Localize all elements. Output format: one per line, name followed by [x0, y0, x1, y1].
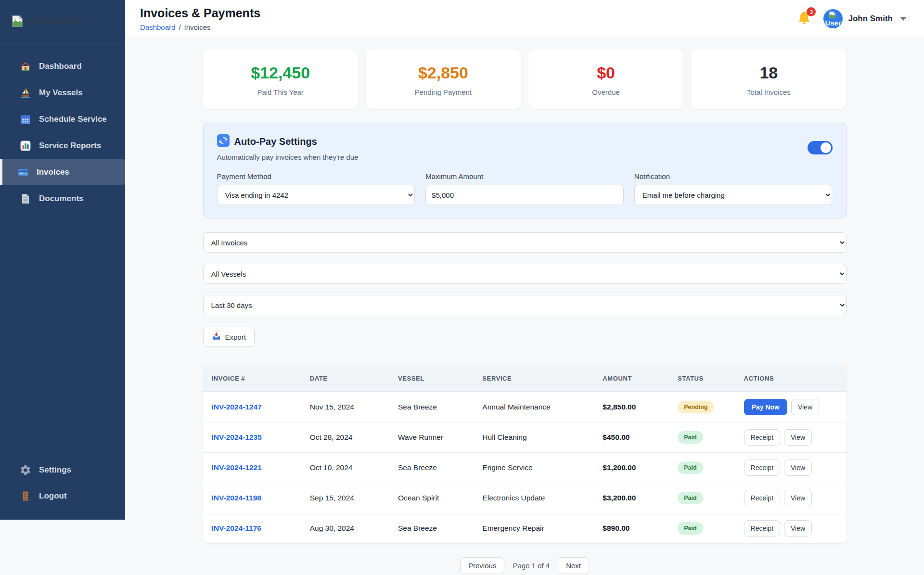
next-page-button[interactable]: Next [558, 557, 589, 574]
invoice-status-filter-select[interactable]: All Invoices [203, 232, 847, 253]
invoice-amount: $1,200.00 [603, 463, 678, 472]
invoice-link[interactable]: INV-2024-1235 [212, 433, 262, 441]
invoice-service: Electronics Update [482, 494, 603, 502]
avatar-alt-text: User [825, 19, 841, 27]
table-header-row: Invoice # Date Vessel Service Amount Sta… [203, 365, 847, 392]
invoice-vessel: Sea Breeze [398, 403, 482, 411]
receipt-button[interactable]: Receipt [744, 520, 780, 537]
maximum-amount-field-group: Maximum Amount [425, 172, 624, 205]
filters: All Invoices All Vessels Last 30 days [203, 232, 847, 315]
invoice-amount: $2,850.00 [603, 403, 678, 411]
invoice-vessel: Ocean Spirit [398, 494, 482, 502]
autopay-toggle-slider [808, 141, 833, 154]
view-button[interactable]: View [791, 399, 819, 415]
invoice-link[interactable]: INV-2024-1221 [212, 463, 262, 472]
notification-label: Notification [634, 172, 833, 180]
pagination: Previous Page 1 of 4 Next [203, 557, 847, 575]
notifications-button[interactable]: 3 [796, 11, 813, 27]
stat-card-pending-payment: $2,850 Pending Payment [366, 50, 521, 109]
notification-field-group: Notification Email me before charging [634, 172, 833, 205]
invoice-amount: $3,200.00 [603, 494, 678, 502]
invoice-vessel: Sea Breeze [398, 524, 482, 533]
sidebar-item-documents[interactable]: Documents [0, 185, 125, 212]
column-header-actions: Actions [744, 375, 842, 382]
sidebar-item-settings[interactable]: Settings [0, 457, 125, 483]
stat-label: Pending Payment [371, 88, 516, 96]
view-button[interactable]: View [784, 460, 812, 476]
status-badge: Paid [678, 431, 703, 444]
autopay-toggle[interactable] [808, 141, 833, 154]
stat-label: Paid This Year [208, 88, 353, 96]
autopay-panel: Auto-Pay Settings Automatically pay invo… [203, 122, 847, 218]
receipt-button[interactable]: Receipt [744, 429, 780, 446]
status-badge: Paid [678, 492, 703, 504]
status-badge: Paid [678, 522, 703, 535]
stat-card-paid-this-year: $12,450 Paid This Year [203, 50, 358, 109]
previous-page-button[interactable]: Previous [460, 557, 504, 574]
sidebar-item-logout[interactable]: Logout [0, 483, 125, 509]
invoice-service: Engine Service [482, 463, 603, 472]
document-icon [20, 193, 31, 204]
sidebar-item-label: Settings [39, 465, 71, 475]
stat-value: $12,450 [208, 64, 353, 82]
sidebar-item-schedule-service[interactable]: Schedule Service [0, 106, 125, 132]
stats-cards: $12,450 Paid This Year $2,850 Pending Pa… [203, 50, 847, 109]
auto-pay-refresh-icon [217, 134, 230, 149]
sidebar-item-my-vessels[interactable]: My Vessels [0, 79, 125, 106]
table-row: INV-2024-1198 Sep 15, 2024 Ocean Spirit … [203, 483, 847, 513]
notification-select[interactable]: Email me before charging [634, 185, 833, 205]
export-button[interactable]: Export [203, 327, 255, 347]
logo: HarborSmith [0, 0, 125, 42]
breadcrumb-dashboard-link[interactable]: Dashboard [140, 23, 175, 31]
view-button[interactable]: View [784, 490, 812, 506]
invoice-link[interactable]: INV-2024-1247 [212, 403, 262, 411]
sidebar-item-service-reports[interactable]: Service Reports [0, 132, 125, 159]
sidebar-item-invoices[interactable]: Invoices [0, 159, 125, 185]
sidebar-footer: Settings Logout [0, 457, 125, 509]
invoice-vessel: Sea Breeze [398, 463, 482, 472]
stat-value: $2,850 [371, 64, 516, 82]
column-header-status: Status [678, 375, 744, 382]
invoice-date: Oct 10, 2024 [310, 463, 398, 472]
view-button[interactable]: View [784, 520, 812, 537]
table-row: INV-2024-1247 Nov 15, 2024 Sea Breeze An… [203, 392, 847, 422]
user-menu[interactable]: User John Smith [823, 9, 907, 28]
column-header-service: Service [482, 375, 603, 382]
pay-now-button[interactable]: Pay Now [744, 399, 787, 415]
invoice-date: Sep 15, 2024 [310, 494, 398, 502]
sailboat-icon [20, 87, 31, 99]
invoice-service: Annual Maintenance [482, 403, 603, 411]
invoice-link[interactable]: INV-2024-1198 [212, 494, 261, 502]
bar-chart-icon [20, 140, 31, 152]
vessel-filter-select[interactable]: All Vessels [203, 264, 847, 284]
table-row: INV-2024-1176 Aug 30, 2024 Sea Breeze Em… [203, 513, 847, 543]
column-header-date: Date [310, 375, 398, 382]
date-range-filter-select[interactable]: Last 30 days [203, 295, 847, 315]
topbar: Invoices & Payments Dashboard / Invoices [125, 0, 924, 38]
main: Invoices & Payments Dashboard / Invoices [125, 0, 924, 575]
sidebar-item-label: Documents [39, 194, 84, 204]
house-icon [20, 61, 31, 72]
content: $12,450 Paid This Year $2,850 Pending Pa… [125, 38, 924, 575]
door-icon [20, 490, 31, 502]
sidebar-item-label: My Vessels [39, 88, 83, 98]
status-badge: Paid [678, 461, 703, 474]
table-row: INV-2024-1221 Oct 10, 2024 Sea Breeze En… [203, 452, 847, 483]
sidebar-item-label: Invoices [37, 167, 69, 177]
invoices-table: Invoice # Date Vessel Service Amount Sta… [203, 365, 847, 543]
payment-method-select[interactable]: Visa ending in 4242 [217, 185, 415, 205]
receipt-button[interactable]: Receipt [744, 490, 780, 506]
sidebar-item-label: Schedule Service [39, 115, 107, 124]
maximum-amount-input[interactable] [425, 185, 624, 205]
sidebar-nav: Dashboard My Vessels [0, 53, 125, 212]
stat-label: Total Invoices [696, 88, 841, 96]
sidebar-item-dashboard[interactable]: Dashboard [0, 53, 125, 79]
status-badge: Pending [678, 401, 714, 413]
payment-method-label: Payment Method [217, 172, 415, 180]
view-button[interactable]: View [784, 429, 812, 446]
notification-badge: 3 [807, 7, 816, 16]
invoice-link[interactable]: INV-2024-1176 [212, 524, 261, 532]
stat-card-overdue: $0 Overdue [528, 50, 683, 109]
receipt-button[interactable]: Receipt [744, 460, 780, 476]
maximum-amount-label: Maximum Amount [425, 172, 624, 180]
